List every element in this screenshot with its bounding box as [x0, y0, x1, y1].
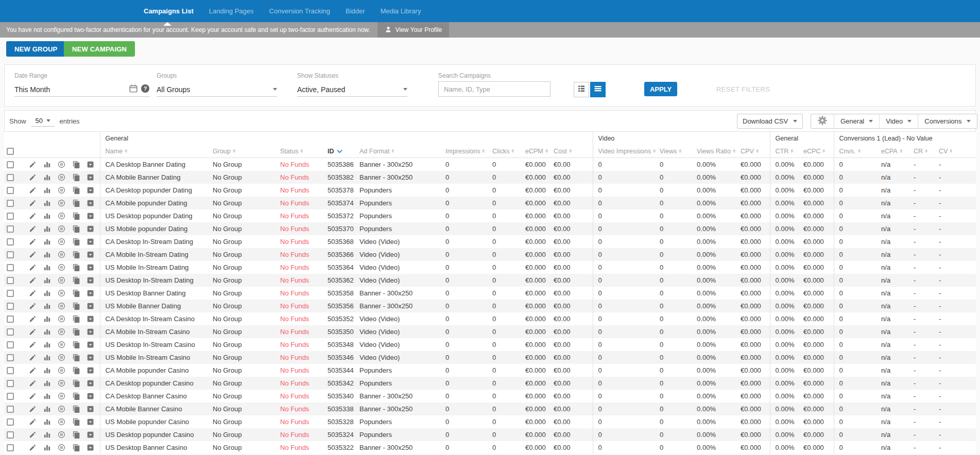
stats-icon[interactable] — [43, 392, 51, 400]
cell-name[interactable]: CA Mobile In-Stream Casino — [100, 325, 208, 338]
edit-icon[interactable] — [29, 199, 37, 207]
pause-icon[interactable] — [58, 328, 65, 336]
row-checkbox[interactable] — [7, 187, 14, 194]
copy-icon[interactable] — [72, 161, 80, 168]
column-header-cnvs[interactable]: Cnvs.▴▾ — [834, 145, 876, 157]
stats-icon[interactable] — [43, 328, 51, 336]
edit-icon[interactable] — [29, 392, 37, 400]
column-menu-video[interactable]: Video — [879, 114, 918, 128]
cell-name[interactable]: US Mobile In-Stream Dating — [100, 261, 208, 274]
stats-icon[interactable] — [43, 289, 51, 297]
nav-item-conversion-tracking[interactable]: Conversion Tracking — [262, 7, 338, 15]
edit-icon[interactable] — [29, 302, 37, 310]
edit-icon[interactable] — [29, 238, 37, 246]
stats-icon[interactable] — [43, 354, 51, 361]
cell-name[interactable]: CA Mobile popunder Casino — [100, 364, 208, 377]
cell-name[interactable]: CA Mobile popunder Dating — [100, 197, 208, 209]
column-header-ad-format[interactable]: Ad Format▴▾ — [354, 145, 440, 157]
pause-icon[interactable] — [58, 405, 65, 413]
pause-icon[interactable] — [58, 173, 65, 181]
column-header-views-ratio[interactable]: Views Ratio▴▾ — [692, 145, 735, 157]
stats-icon[interactable] — [43, 186, 51, 194]
list-view-toggle[interactable] — [590, 82, 606, 97]
row-checkbox[interactable] — [7, 316, 14, 323]
row-checkbox[interactable] — [7, 431, 14, 439]
column-header-impressions[interactable]: Impressions▴▾ — [440, 145, 487, 157]
edit-icon[interactable] — [29, 431, 37, 439]
cell-name[interactable]: US Desktop popunder Casino — [100, 428, 208, 441]
edit-icon[interactable] — [29, 251, 37, 258]
cell-name[interactable]: CA Desktop Banner Dating — [100, 157, 208, 171]
edit-icon[interactable] — [29, 173, 37, 181]
copy-icon[interactable] — [72, 341, 80, 348]
copy-icon[interactable] — [72, 251, 80, 258]
edit-icon[interactable] — [29, 341, 37, 348]
stats-icon[interactable] — [43, 212, 51, 220]
cell-name[interactable]: US Desktop In-Stream Casino — [100, 338, 208, 351]
row-checkbox[interactable] — [7, 161, 14, 168]
stats-icon[interactable] — [43, 315, 51, 323]
cell-name[interactable]: US Desktop Banner Casino — [100, 441, 208, 454]
cell-name[interactable]: CA Desktop Banner Casino — [100, 390, 208, 402]
apply-button[interactable]: APPLY — [644, 82, 677, 96]
cell-name[interactable]: CA Desktop In-Stream Casino — [100, 312, 208, 325]
row-checkbox[interactable] — [7, 328, 14, 336]
move-to-icon[interactable] — [87, 212, 94, 220]
edit-icon[interactable] — [29, 328, 37, 336]
pause-icon[interactable] — [58, 251, 65, 258]
column-header-id[interactable]: ID — [322, 145, 354, 157]
row-checkbox[interactable] — [7, 406, 14, 413]
edit-icon[interactable] — [29, 354, 37, 361]
move-to-icon[interactable] — [87, 405, 94, 413]
search-input[interactable] — [438, 81, 551, 97]
cell-name[interactable]: CA Desktop popunder Casino — [100, 377, 208, 390]
stats-icon[interactable] — [43, 199, 51, 207]
stats-icon[interactable] — [43, 225, 51, 233]
copy-icon[interactable] — [72, 212, 80, 220]
column-header-ecpa[interactable]: eCPA▴▾ — [876, 145, 908, 157]
pause-icon[interactable] — [58, 212, 65, 220]
nav-item-landing-pages[interactable]: Landing Pages — [201, 7, 262, 15]
row-checkbox[interactable] — [7, 367, 14, 374]
pause-icon[interactable] — [58, 418, 65, 426]
edit-icon[interactable] — [29, 264, 37, 271]
calendar-icon[interactable] — [129, 84, 138, 95]
edit-icon[interactable] — [29, 379, 37, 387]
copy-icon[interactable] — [72, 302, 80, 310]
move-to-icon[interactable] — [87, 238, 94, 246]
page-size-select[interactable]: 50 — [31, 116, 55, 127]
stats-icon[interactable] — [43, 276, 51, 284]
copy-icon[interactable] — [72, 366, 80, 374]
column-header-clicks[interactable]: Clicks▴▾ — [487, 145, 520, 157]
cell-name[interactable]: US Desktop popunder Dating — [100, 209, 208, 222]
copy-icon[interactable] — [72, 354, 80, 361]
cell-name[interactable]: US Mobile In-Stream Casino — [100, 351, 208, 364]
column-header-cpv[interactable]: CPV▴▾ — [735, 145, 770, 157]
move-to-icon[interactable] — [87, 161, 94, 168]
stats-icon[interactable] — [43, 264, 51, 271]
download-csv-button[interactable]: Download CSV — [737, 114, 803, 129]
copy-icon[interactable] — [72, 173, 80, 181]
column-header-ecpc[interactable]: eCPC▴▾ — [798, 145, 834, 157]
new-campaign-button[interactable]: NEW CAMPAIGN — [64, 41, 135, 57]
view-profile-button[interactable]: View Your Profile — [377, 22, 450, 38]
stats-icon[interactable] — [43, 431, 51, 439]
column-menu-general[interactable]: General — [834, 114, 879, 128]
stats-icon[interactable] — [43, 161, 51, 168]
stats-icon[interactable] — [43, 366, 51, 374]
move-to-icon[interactable] — [87, 186, 94, 194]
move-to-icon[interactable] — [87, 354, 94, 361]
row-checkbox[interactable] — [7, 354, 14, 361]
row-checkbox[interactable] — [7, 444, 14, 451]
move-to-icon[interactable] — [87, 199, 94, 207]
row-checkbox[interactable] — [7, 393, 14, 400]
edit-icon[interactable] — [29, 366, 37, 374]
move-to-icon[interactable] — [87, 289, 94, 297]
cell-name[interactable]: US Mobile popunder Casino — [100, 415, 208, 428]
row-checkbox[interactable] — [7, 213, 14, 220]
column-header-video-impressions[interactable]: Video Impressions▴▾ — [593, 145, 655, 157]
row-checkbox[interactable] — [7, 380, 14, 387]
move-to-icon[interactable] — [87, 431, 94, 439]
cell-name[interactable]: CA Mobile Banner Casino — [100, 402, 208, 415]
reset-filters-button[interactable]: RESET FILTERS — [716, 85, 770, 93]
